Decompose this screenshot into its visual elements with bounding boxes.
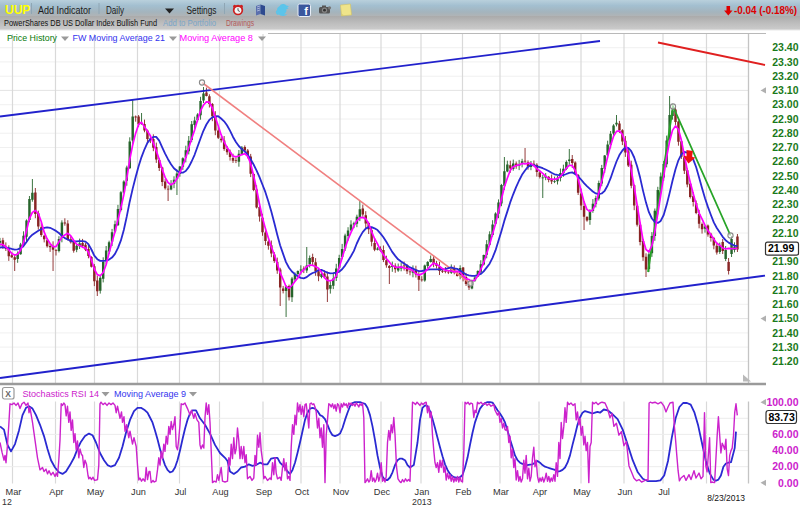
- svg-text:Mar: Mar: [493, 487, 509, 497]
- svg-text:23.00: 23.00: [772, 98, 798, 110]
- svg-text:22.70: 22.70: [772, 141, 798, 153]
- svg-text:22.40: 22.40: [772, 184, 798, 196]
- svg-text:Mar: Mar: [6, 487, 22, 497]
- svg-text:21.70: 21.70: [772, 284, 798, 296]
- svg-text:21.99: 21.99: [768, 242, 794, 254]
- svg-text:8/23/2013: 8/23/2013: [707, 493, 745, 503]
- svg-text:21.60: 21.60: [772, 298, 798, 310]
- svg-text:Aug: Aug: [212, 487, 228, 497]
- svg-text:23.30: 23.30: [772, 56, 798, 68]
- svg-text:May: May: [573, 487, 591, 497]
- svg-text:20.00: 20.00: [772, 460, 798, 472]
- svg-text:Feb: Feb: [456, 487, 472, 497]
- svg-text:Add to Portfolio: Add to Portfolio: [163, 18, 216, 28]
- svg-text:40.00: 40.00: [772, 444, 798, 456]
- svg-text:12: 12: [2, 497, 12, 507]
- svg-text:Moving Average 9: Moving Average 9: [114, 389, 186, 399]
- svg-text:21.40: 21.40: [772, 327, 798, 339]
- svg-text:21.90: 21.90: [772, 255, 798, 267]
- svg-text:22.90: 22.90: [772, 113, 798, 125]
- svg-text:60.00: 60.00: [772, 428, 798, 440]
- svg-text:Sep: Sep: [256, 487, 272, 497]
- svg-text:23.40: 23.40: [772, 41, 798, 53]
- svg-text:Stochastics RSI 14: Stochastics RSI 14: [23, 389, 99, 399]
- svg-text:Jul: Jul: [175, 487, 187, 497]
- svg-text:Jun: Jun: [618, 487, 633, 497]
- svg-text:22.50: 22.50: [772, 170, 798, 182]
- svg-text:Jan: Jan: [415, 487, 430, 497]
- svg-text:Drawings: Drawings: [226, 18, 254, 28]
- svg-text:Jul: Jul: [658, 487, 670, 497]
- svg-text:22.80: 22.80: [772, 127, 798, 139]
- svg-text:23.20: 23.20: [772, 70, 798, 82]
- svg-text:PowerShares DB US Dollar Index: PowerShares DB US Dollar Index Bullish F…: [4, 18, 157, 28]
- svg-text:-0.04 (-0.18%): -0.04 (-0.18%): [734, 4, 797, 16]
- svg-text:22.20: 22.20: [772, 213, 798, 225]
- svg-text:83.73: 83.73: [769, 411, 795, 423]
- svg-text:Apr: Apr: [533, 487, 547, 497]
- svg-text:X: X: [5, 389, 11, 399]
- svg-text:21.80: 21.80: [772, 270, 798, 282]
- svg-text:Price History: Price History: [7, 33, 57, 43]
- svg-text:f: f: [304, 5, 308, 17]
- svg-text:21.30: 21.30: [772, 341, 798, 353]
- svg-text:FW Moving Average 21: FW Moving Average 21: [73, 33, 166, 43]
- svg-text:Apr: Apr: [49, 487, 63, 497]
- svg-text:22.30: 22.30: [772, 198, 798, 210]
- svg-text:Nov: Nov: [333, 487, 350, 497]
- svg-text:Jun: Jun: [131, 487, 146, 497]
- svg-text:Settings: Settings: [187, 5, 217, 16]
- svg-text:21.20: 21.20: [772, 355, 798, 367]
- svg-text:Oct: Oct: [295, 487, 310, 497]
- svg-text:21.50: 21.50: [772, 312, 798, 324]
- svg-text:Daily: Daily: [106, 5, 124, 16]
- svg-text:22.10: 22.10: [772, 227, 798, 239]
- svg-text:UUP: UUP: [5, 3, 30, 17]
- svg-text:Add Indicator: Add Indicator: [38, 5, 92, 16]
- svg-text:May: May: [87, 487, 105, 497]
- svg-text:0.00: 0.00: [778, 477, 799, 489]
- svg-text:22.60: 22.60: [772, 155, 798, 167]
- svg-text:Dec: Dec: [374, 487, 391, 497]
- svg-text:23.10: 23.10: [772, 84, 798, 96]
- svg-text:Moving Average 8: Moving Average 8: [180, 33, 254, 43]
- svg-text:100.00: 100.00: [766, 396, 798, 408]
- svg-text:2013: 2013: [412, 497, 432, 507]
